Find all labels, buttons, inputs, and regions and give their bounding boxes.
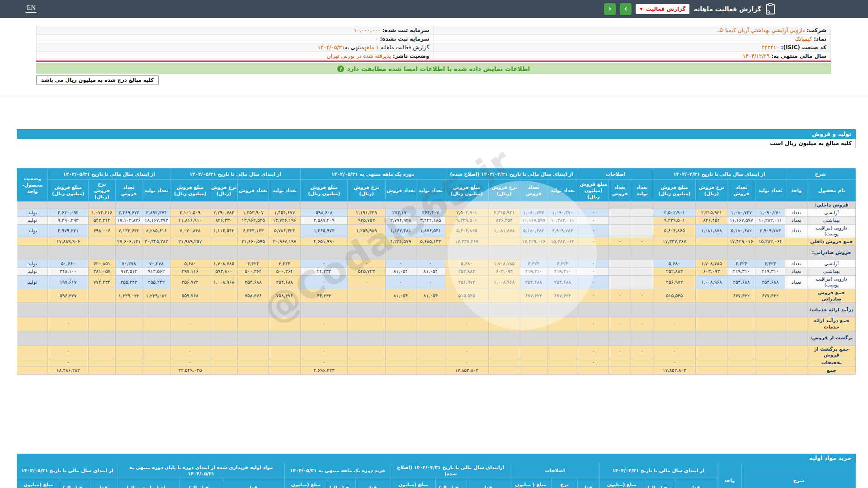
- unregistered-capital-label: سرمایه ثبت نشده:: [380, 36, 429, 42]
- value-cell: ۲,۲۹۰,۷۸۴: [210, 209, 238, 216]
- value-cell: ۲۵۴,۶۸۸: [238, 275, 269, 289]
- value-cell: ۶,۳۴۴,۱۶۳: [238, 224, 269, 238]
- value-cell: ۱,۲۳۹,۰۳۲: [115, 289, 142, 303]
- value-cell: [115, 317, 142, 331]
- cell: [520, 245, 547, 260]
- col-sub: مقدار: [675, 478, 717, 488]
- value-cell: ۰: [609, 238, 631, 245]
- col-sub: نرخ (ریال): [551, 478, 578, 488]
- purchase-section-title: خرید مواد اولیه: [17, 454, 856, 463]
- cell: [631, 201, 653, 209]
- cell: [445, 331, 488, 345]
- cell: [238, 303, 269, 317]
- value-cell: [238, 359, 269, 366]
- value-cell: ۶۰۳,۰۹۳: [696, 267, 727, 275]
- value-cell: ۰: [578, 224, 609, 238]
- value-cell: [727, 359, 755, 366]
- col-sub: مبلغ (میلیون ریال): [599, 478, 644, 488]
- value-cell: ۳,۳۲۴: [520, 260, 547, 267]
- value-cell: ۰: [48, 317, 89, 331]
- total-row: جمع فروش داخلی۱۵,۲۸۲,۰۶۴۱۷,۴۲۹,۰۱۶۱۷,۳۳۷…: [17, 238, 856, 245]
- cell: [88, 303, 115, 317]
- col-group-2: از ابتدای سال مالی تا تاریخ ۱۴۰۴/۰۴/۳۱ (…: [445, 169, 578, 180]
- value-cell: ۰: [301, 275, 348, 289]
- section-label: برگشت از فروش:: [807, 331, 856, 345]
- top-bar: EN گزارش فعالیت ماهانه گزارش فعالیت▼ › ‹: [0, 0, 868, 18]
- previous-report-button[interactable]: ‹: [604, 3, 616, 15]
- page-title: گزارش فعالیت ماهانه: [693, 5, 761, 13]
- cell: [142, 245, 170, 260]
- col-group-0: از ابتدای سال مالی تا تاریخ ۱۴۰۴/۰۴/۳۱: [653, 169, 785, 180]
- col-sub: مبلغ (میلیون ریال): [284, 478, 327, 488]
- cell: [238, 245, 269, 260]
- cell: [170, 201, 210, 209]
- cell: [48, 331, 89, 345]
- value-cell: [88, 366, 115, 374]
- section-row: فروش صادراتی:: [17, 245, 856, 260]
- cell: [609, 201, 631, 209]
- unregistered-capital-value: ۰: [375, 36, 378, 42]
- col-sub: تعداد تولید: [416, 180, 445, 202]
- product-unit: تعداد: [785, 224, 807, 238]
- value-cell: [238, 317, 269, 331]
- value-cell: ۲,۵۰۲,۹۰۱: [445, 209, 488, 216]
- cell: [416, 303, 445, 317]
- value-cell: ۰: [578, 260, 609, 267]
- col-group-3: دوره یک ماهه منتهی به ۱۴۰۴/۰۵/۳۱: [301, 169, 445, 180]
- cell: [142, 201, 170, 209]
- value-cell: [348, 238, 385, 245]
- product-unit: تعداد: [785, 260, 807, 267]
- value-cell: ۰: [653, 317, 696, 331]
- value-cell: ۰: [631, 317, 653, 331]
- value-cell: ۱۷,۸۸۹,۹۰۶: [48, 238, 89, 245]
- cell: [348, 303, 385, 317]
- value-cell: ۷۰,۲۷۸: [115, 260, 142, 267]
- col-sub: مقدار: [356, 478, 391, 488]
- col-desc: شرح: [785, 169, 856, 180]
- value-cell: ۸,۲۸۵,۶۱۶: [142, 224, 170, 238]
- value-cell: ۹۱۳,۵۶۲: [142, 267, 170, 275]
- col-status: وضعیت محصول-واحد: [17, 169, 48, 202]
- report-type-dropdown[interactable]: گزارش فعالیت▼: [636, 4, 689, 14]
- value-cell: ۶۷۷,۳۲۲: [727, 289, 755, 303]
- value-cell: [269, 359, 300, 366]
- value-cell: ۸۲۶,۴۵۴: [488, 216, 520, 224]
- cell: [755, 245, 785, 260]
- col-sub: تعداد تولید: [631, 180, 653, 202]
- cell: [488, 331, 520, 345]
- col-sub: نرخ (ریال): [60, 478, 90, 488]
- cell: [696, 245, 727, 260]
- value-cell: ۱,۰۰۸,۹۶۸: [210, 275, 238, 289]
- value-cell: [348, 345, 385, 359]
- col-group-0: از ابتدای سال مالی تا تاریخ ۱۴۰۴/۰۴/۳۱: [599, 463, 717, 478]
- cell: [631, 331, 653, 345]
- cell: [416, 201, 445, 209]
- value-cell: [416, 366, 445, 374]
- cell: [301, 303, 348, 317]
- value-cell: ۵,۶۰۴,۸۶۵: [445, 224, 488, 238]
- value-cell: ۸۱,۰۵۴: [416, 289, 445, 303]
- col-group-5: از ابتدای سال مالی تا تاریخ ۱۴۰۳/۰۵/۳۱: [48, 169, 170, 180]
- cell: [269, 245, 300, 260]
- value-cell: ۱۷,۳۳۷,۲۶۷: [653, 238, 696, 245]
- value-cell: ۱,۸۷۶,۵۴۱: [416, 224, 445, 238]
- value-cell: [696, 317, 727, 331]
- value-cell: [631, 260, 653, 267]
- language-en-link[interactable]: EN: [26, 4, 37, 13]
- cell: [170, 331, 210, 345]
- value-cell: [578, 366, 609, 374]
- col-sub: تعداد فروش: [727, 180, 755, 202]
- col-desc: شرح: [742, 463, 856, 488]
- cell: [445, 303, 488, 317]
- value-cell: ۸۱,۰۵۴: [385, 289, 416, 303]
- col-sub: نرخ (ریال): [644, 478, 675, 488]
- value-cell: ۰: [385, 260, 416, 267]
- cell: [238, 331, 269, 345]
- col-product-name: نام محصول: [807, 180, 856, 202]
- value-cell: ۲۱,۶۶۰,۵۹۵: [238, 238, 269, 245]
- value-cell: [547, 317, 578, 331]
- value-cell: ۰: [416, 260, 445, 267]
- product-row: بهداشتیتعداد۱۰,۲۸۲,۰۱۱۱۱,۱۶۷,۵۹۷۸۲۶,۴۵۴۹…: [17, 216, 856, 224]
- next-report-button[interactable]: ›: [620, 3, 632, 15]
- value-cell: ۷,۰۷۰,۸۳۸: [170, 224, 210, 238]
